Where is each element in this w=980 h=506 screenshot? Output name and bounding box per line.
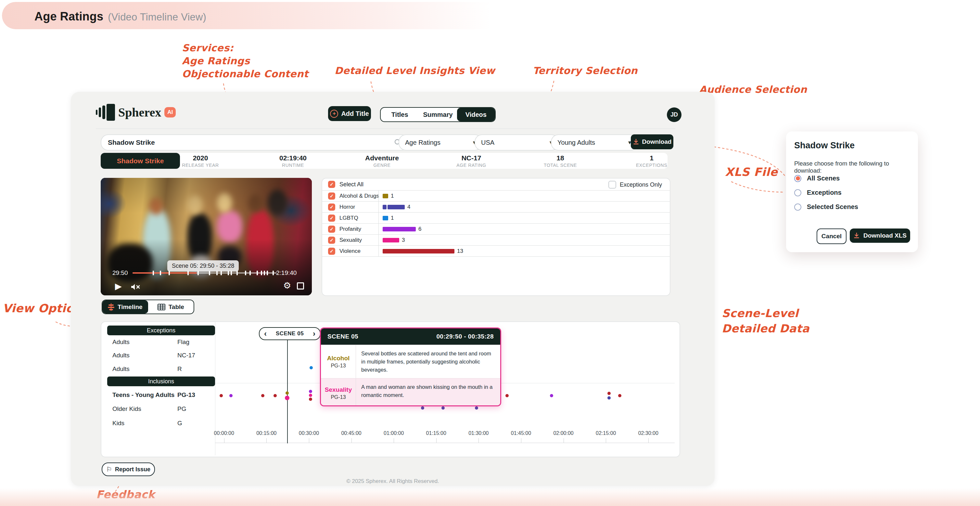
event-dot-lgbtq[interactable] <box>310 366 313 370</box>
event-dot-violence[interactable] <box>506 394 509 397</box>
event-dot-sexuality[interactable] <box>285 396 290 400</box>
search-input[interactable]: Shadow Strike <box>101 134 409 151</box>
download-modal: Shadow Strike Please choose from the fol… <box>786 132 918 252</box>
scene-tick <box>153 271 154 275</box>
event-dot-horror[interactable] <box>441 406 445 409</box>
scene-tick <box>231 271 232 275</box>
mute-icon[interactable] <box>130 283 140 291</box>
category-label: LGBTQ <box>339 215 358 221</box>
rating-row: KidsG <box>107 418 215 428</box>
axis-tick-label: 00:00:00 <box>214 430 234 436</box>
table-view-button[interactable]: Table <box>148 300 194 314</box>
gear-icon[interactable]: ⚙ <box>283 281 291 291</box>
category-label: Alcohol & Drugs <box>339 193 379 199</box>
timeline-view-button[interactable]: Timeline <box>102 300 148 314</box>
scene-category: AlcoholPG-13 <box>321 345 356 378</box>
view-mode-toggle: Timeline Table <box>102 300 194 314</box>
event-dot-violence[interactable] <box>608 392 611 395</box>
event-dot-horror[interactable] <box>475 406 478 409</box>
cancel-button[interactable]: Cancel <box>817 228 846 244</box>
title-metadata-bar: Shadow Strike 2020RELEASE YEAR02:19:40RU… <box>101 153 668 169</box>
radio-icon[interactable] <box>794 189 801 197</box>
scene-tick <box>237 271 238 275</box>
tab-summary[interactable]: Summary <box>419 108 457 121</box>
category-count: 4 <box>407 204 410 210</box>
scene-description: A man and woman are shown kissing on the… <box>356 378 500 406</box>
category-label: Sexuality <box>339 237 362 243</box>
seek-bar[interactable] <box>132 272 277 274</box>
radio-option-all-scenes[interactable]: All Scenes <box>794 174 840 182</box>
category-count: 1 <box>391 193 394 199</box>
play-button[interactable]: ▶ <box>115 281 122 292</box>
radio-icon[interactable] <box>794 175 801 182</box>
rating-row: AdultsFlag <box>107 337 215 347</box>
category-row-lgbtq: ✓LGBTQ1 <box>322 212 670 223</box>
scene-card-rows: AlcoholPG-13Several bottles are scattere… <box>321 345 500 406</box>
scene-description: Several bottles are scattered around the… <box>356 345 500 378</box>
chevron-left-icon[interactable]: ‹ <box>264 330 267 338</box>
timeline-icon <box>108 303 115 311</box>
chevron-right-icon[interactable]: › <box>313 330 315 338</box>
view-tabs: TitlesSummaryVideos <box>380 107 496 122</box>
report-issue-button[interactable]: ⚐ Report Issue <box>102 463 155 476</box>
metadata-column: 18TOTAL SCENE <box>544 153 577 169</box>
checkbox-checked-icon[interactable]: ✓ <box>328 236 335 244</box>
spherex-logo-icon <box>96 104 115 121</box>
category-count: 13 <box>457 248 463 254</box>
tab-videos[interactable]: Videos <box>457 108 495 121</box>
event-dot-violence[interactable] <box>618 394 621 397</box>
category-count-bar: 6 <box>383 224 421 234</box>
add-title-button[interactable]: + Add Title <box>328 106 371 121</box>
checkbox-checked-icon[interactable]: ✓ <box>328 247 335 255</box>
scene-detail-card[interactable]: SCENE 05 00:29:50 - 00:35:28 AlcoholPG-1… <box>320 327 501 406</box>
event-dot-violence[interactable] <box>261 394 264 397</box>
category-count: 3 <box>402 237 405 243</box>
rating-row: AdultsR <box>107 364 215 374</box>
scene-tick <box>160 271 161 275</box>
event-dot-alcohol[interactable] <box>286 392 289 395</box>
current-time: 29:50 <box>112 270 128 276</box>
download-icon <box>853 232 860 239</box>
scene-tick <box>272 271 274 275</box>
audience-dropdown[interactable]: Young Adults ▾ <box>551 134 638 151</box>
axis-tick-label: 01:15:00 <box>426 430 446 436</box>
checkbox-unchecked-icon[interactable] <box>608 181 616 189</box>
scene-marker-line <box>287 339 288 443</box>
event-dot-horror[interactable] <box>608 396 611 400</box>
checkbox-checked-icon[interactable]: ✓ <box>328 214 335 222</box>
radio-icon[interactable] <box>794 203 801 211</box>
checkbox-checked-icon[interactable]: ✓ <box>328 181 335 188</box>
video-player[interactable]: Scene 05: 29:50 - 35:28 29:50 2:19:40 ▶ … <box>101 178 312 295</box>
title-tab[interactable]: Shadow Strike <box>101 153 180 169</box>
radio-option-exceptions[interactable]: Exceptions <box>794 189 842 197</box>
event-dot-violence[interactable] <box>309 398 312 401</box>
event-dot-profanity[interactable] <box>550 394 553 397</box>
player-gradient-overlay <box>101 178 312 295</box>
scene-tick <box>257 271 258 275</box>
annotation-detailed-insights: Detailed Level Insights View <box>334 65 495 76</box>
exceptions-only-toggle[interactable]: Exceptions Only <box>608 181 662 189</box>
scene-tick <box>261 271 262 275</box>
modal-subtitle: Please choose from the following to down… <box>794 160 918 174</box>
event-dot-violence[interactable] <box>274 394 277 397</box>
footer-copyright: © 2025 Spherex. All Rights Reserved. <box>71 478 714 485</box>
event-dot-sexuality[interactable] <box>309 394 312 397</box>
scene-card-title: SCENE 05 <box>328 333 358 340</box>
fullscreen-icon[interactable] <box>297 282 304 290</box>
checkbox-checked-icon[interactable]: ✓ <box>328 203 335 211</box>
service-dropdown[interactable]: Age Ratings ▾ <box>399 134 482 151</box>
event-dot-profanity[interactable] <box>309 390 312 393</box>
download-button[interactable]: Download <box>631 134 673 149</box>
territory-dropdown[interactable]: USA ▾ <box>474 134 559 151</box>
metadata-column: 1EXCEPTIONS <box>636 153 667 169</box>
tab-titles[interactable]: Titles <box>381 108 419 121</box>
event-dot-profanity[interactable] <box>229 394 232 397</box>
download-xls-button[interactable]: Download XLS <box>850 228 910 243</box>
radio-option-selected-scenes[interactable]: Selected Scenes <box>794 203 858 211</box>
avatar[interactable]: JD <box>667 108 681 122</box>
checkbox-checked-icon[interactable]: ✓ <box>328 192 335 200</box>
event-dot-violence[interactable] <box>220 394 223 397</box>
event-dot-horror[interactable] <box>421 406 424 409</box>
category-label: Profanity <box>339 226 361 232</box>
checkbox-checked-icon[interactable]: ✓ <box>328 225 335 233</box>
